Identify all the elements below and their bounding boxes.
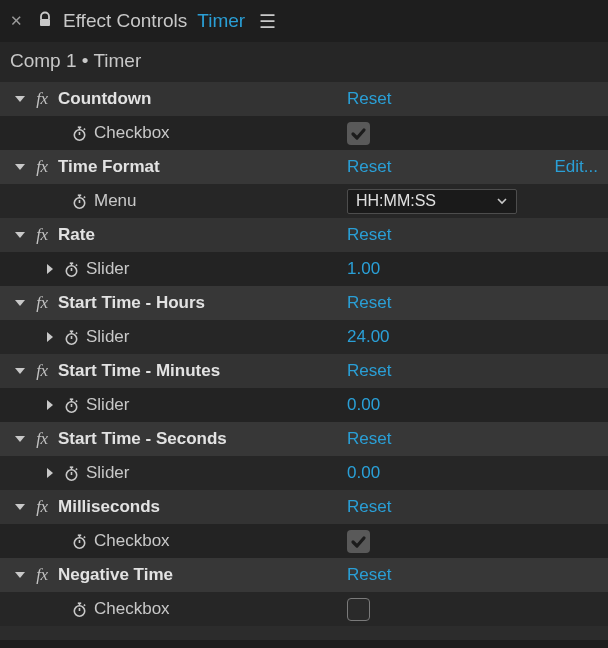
param-row: Menu HH:MM:SS — [0, 184, 608, 218]
effect-header: fx Time Format Reset Edit... — [0, 150, 608, 184]
effect-header: fx Rate Reset — [0, 218, 608, 252]
panel-menu-icon[interactable]: ☰ — [255, 10, 280, 33]
effect-name: Start Time - Hours — [58, 293, 205, 313]
panel-asset-link[interactable]: Timer — [197, 10, 245, 32]
effect-header: fx Countdown Reset — [0, 82, 608, 116]
menu-select[interactable]: HH:MM:SS — [347, 189, 517, 214]
slider-value[interactable]: 0.00 — [347, 463, 380, 483]
fx-icon[interactable]: fx — [32, 565, 52, 585]
param-label: Checkbox — [94, 531, 170, 551]
effect-twisty[interactable] — [14, 93, 26, 105]
param-label: Slider — [86, 463, 129, 483]
trailing-space — [0, 626, 608, 640]
param-row: Slider 24.00 — [0, 320, 608, 354]
effect-twisty[interactable] — [14, 433, 26, 445]
effect-twisty[interactable] — [14, 365, 26, 377]
fx-icon[interactable]: fx — [32, 157, 52, 177]
reset-link[interactable]: Reset — [347, 565, 391, 585]
stopwatch-icon[interactable] — [62, 261, 80, 278]
effect-twisty[interactable] — [14, 501, 26, 513]
effect-twisty[interactable] — [14, 229, 26, 241]
param-twisty[interactable] — [44, 399, 56, 411]
reset-link[interactable]: Reset — [347, 361, 391, 381]
panel-title: Effect Controls — [63, 10, 187, 32]
stopwatch-icon[interactable] — [62, 329, 80, 346]
breadcrumb: Comp 1 • Timer — [0, 42, 608, 82]
param-label: Slider — [86, 259, 129, 279]
stopwatch-icon[interactable] — [70, 193, 88, 210]
param-row: Slider 0.00 — [0, 388, 608, 422]
menu-value: HH:MM:SS — [356, 192, 436, 210]
effects-list: fx Countdown Reset Checkbox fx Time Form… — [0, 82, 608, 640]
checkbox-input[interactable] — [347, 530, 370, 553]
fx-icon[interactable]: fx — [32, 497, 52, 517]
param-row: Slider 0.00 — [0, 456, 608, 490]
slider-value[interactable]: 24.00 — [347, 327, 390, 347]
reset-link[interactable]: Reset — [347, 429, 391, 449]
reset-link[interactable]: Reset — [347, 293, 391, 313]
effect-header: fx Start Time - Seconds Reset — [0, 422, 608, 456]
effect-name: Negative Time — [58, 565, 173, 585]
fx-icon[interactable]: fx — [32, 429, 52, 449]
edit-link[interactable]: Edit... — [555, 157, 598, 176]
stopwatch-icon[interactable] — [62, 397, 80, 414]
fx-icon[interactable]: fx — [32, 225, 52, 245]
effect-header: fx Start Time - Minutes Reset — [0, 354, 608, 388]
reset-link[interactable]: Reset — [347, 225, 391, 245]
close-icon[interactable]: ✕ — [6, 12, 27, 30]
effect-twisty[interactable] — [14, 297, 26, 309]
param-row: Checkbox — [0, 592, 608, 626]
stopwatch-icon[interactable] — [62, 465, 80, 482]
reset-link[interactable]: Reset — [347, 497, 391, 517]
param-label: Menu — [94, 191, 137, 211]
param-twisty[interactable] — [44, 331, 56, 343]
lock-icon[interactable] — [37, 11, 53, 32]
stopwatch-icon[interactable] — [70, 125, 88, 142]
reset-link[interactable]: Reset — [347, 89, 391, 109]
fx-icon[interactable]: fx — [32, 293, 52, 313]
param-row: Slider 1.00 — [0, 252, 608, 286]
param-twisty[interactable] — [44, 467, 56, 479]
param-row: Checkbox — [0, 524, 608, 558]
fx-icon[interactable]: fx — [32, 89, 52, 109]
checkbox-input[interactable] — [347, 122, 370, 145]
effect-header: fx Negative Time Reset — [0, 558, 608, 592]
effect-header: fx Milliseconds Reset — [0, 490, 608, 524]
effect-name: Milliseconds — [58, 497, 160, 517]
stopwatch-icon[interactable] — [70, 533, 88, 550]
param-label: Checkbox — [94, 599, 170, 619]
checkbox-input[interactable] — [347, 598, 370, 621]
effect-name: Countdown — [58, 89, 151, 109]
effect-twisty[interactable] — [14, 569, 26, 581]
param-label: Slider — [86, 327, 129, 347]
fx-icon[interactable]: fx — [32, 361, 52, 381]
panel-tab-bar: ✕ Effect Controls Timer ☰ — [0, 0, 608, 42]
param-twisty[interactable] — [44, 263, 56, 275]
param-label: Checkbox — [94, 123, 170, 143]
stopwatch-icon[interactable] — [70, 601, 88, 618]
effect-name: Rate — [58, 225, 95, 245]
effect-name: Time Format — [58, 157, 160, 177]
effect-name: Start Time - Seconds — [58, 429, 227, 449]
slider-value[interactable]: 0.00 — [347, 395, 380, 415]
effect-header: fx Start Time - Hours Reset — [0, 286, 608, 320]
reset-link[interactable]: Reset — [347, 157, 391, 177]
effect-twisty[interactable] — [14, 161, 26, 173]
slider-value[interactable]: 1.00 — [347, 259, 380, 279]
param-row: Checkbox — [0, 116, 608, 150]
param-label: Slider — [86, 395, 129, 415]
effect-name: Start Time - Minutes — [58, 361, 220, 381]
